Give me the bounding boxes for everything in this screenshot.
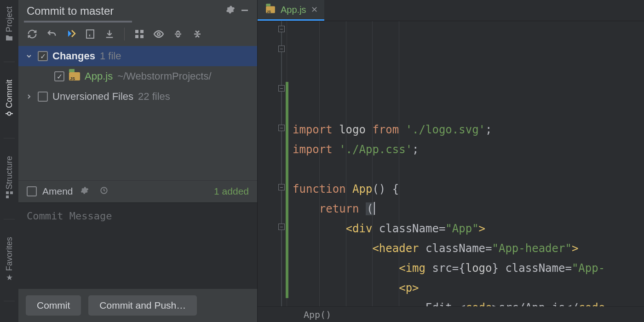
expand-all-icon[interactable] (172, 28, 184, 40)
commit-icon (6, 110, 13, 120)
commit-panel-title: Commit to master (27, 5, 224, 17)
added-count: 1 added (214, 186, 249, 197)
changes-tree: Changes 1 file App.js ~/WebstormProjects… (18, 46, 257, 109)
project-tool[interactable]: Project (5, 5, 14, 46)
amend-row: Amend 1 added (18, 180, 257, 202)
commit-button[interactable]: Commit (26, 295, 81, 316)
fold-icon[interactable] (278, 46, 285, 52)
editor-tabs: App.js ✕ (258, 0, 644, 21)
commit-message-input[interactable]: Commit Message (18, 202, 257, 289)
toolbar-separator (124, 28, 125, 40)
structure-tool[interactable]: Structure (5, 154, 14, 203)
svg-rect-3 (6, 191, 9, 194)
changes-label: Changes (52, 50, 95, 62)
unversioned-checkbox[interactable] (38, 92, 48, 102)
fold-icon[interactable] (278, 26, 285, 32)
editor-tab-app-js[interactable]: App.js ✕ (258, 0, 324, 21)
refresh-icon[interactable] (26, 28, 39, 40)
unversioned-label: Unversioned Files (52, 91, 133, 103)
structure-icon (6, 191, 13, 201)
fold-icon[interactable] (278, 224, 285, 230)
revert-icon[interactable] (45, 28, 58, 40)
tab-label: App.js (281, 5, 306, 15)
fold-icon[interactable] (278, 125, 285, 131)
changed-file-row[interactable]: App.js ~/WebstormProjects/ (18, 66, 257, 86)
toolstrip-divider (4, 138, 15, 138)
svg-rect-4 (10, 191, 13, 194)
chevron-right-icon[interactable] (25, 91, 33, 103)
fold-icon[interactable] (278, 85, 285, 92)
amend-checkbox[interactable] (27, 186, 37, 196)
breadcrumb[interactable]: App() (258, 306, 644, 322)
unversioned-node[interactable]: Unversioned Files 22 files (18, 86, 257, 107)
favorites-label: Favorites (5, 237, 14, 271)
fold-icon[interactable] (278, 184, 285, 190)
rollback-icon[interactable] (64, 28, 77, 40)
view-options-icon[interactable] (152, 28, 165, 40)
commit-panel-header: Commit to master (18, 0, 257, 22)
left-tool-strip: Project Commit Structure ★ Favorites (0, 0, 18, 322)
favorites-tool[interactable]: ★ Favorites (5, 235, 14, 285)
toolstrip-divider (4, 62, 15, 62)
collapse-all-icon[interactable] (191, 28, 204, 40)
code-editor[interactable]: import logo from './logo.svg'; import '.… (287, 21, 644, 306)
unversioned-count: 22 files (138, 91, 170, 103)
code-body: import logo from './logo.svg'; import '.… (258, 21, 644, 306)
diff-icon[interactable] (84, 28, 97, 40)
svg-rect-9 (140, 30, 144, 33)
svg-rect-8 (135, 30, 138, 33)
gear-icon[interactable] (79, 184, 91, 199)
history-icon[interactable] (98, 184, 110, 199)
svg-point-0 (8, 112, 11, 115)
svg-rect-11 (140, 35, 144, 38)
svg-rect-6 (242, 10, 248, 11)
toolstrip-divider (4, 301, 15, 301)
js-file-icon (69, 72, 80, 80)
editor-area: App.js ✕ import logo from './logo.svg'; … (258, 0, 644, 322)
commit-tool[interactable]: Commit (5, 78, 14, 122)
svg-rect-10 (135, 35, 138, 38)
changes-count: 1 file (100, 50, 121, 62)
amend-label: Amend (42, 186, 73, 197)
svg-point-12 (157, 33, 160, 35)
commit-and-push-button[interactable]: Commit and Push… (88, 295, 197, 316)
commit-label: Commit (5, 80, 14, 108)
project-label: Project (5, 6, 14, 32)
star-icon: ★ (6, 273, 13, 282)
changed-file-path: ~/WebstormProjects/ (117, 70, 211, 82)
toolstrip-divider (4, 219, 15, 219)
svg-rect-5 (6, 196, 9, 198)
commit-panel: Commit to master Changes 1 file (18, 0, 258, 322)
folder-icon (6, 34, 13, 43)
commit-buttons: Commit Commit and Push… (18, 289, 257, 322)
changes-checkbox[interactable] (38, 51, 48, 61)
chevron-down-icon[interactable] (25, 50, 33, 62)
structure-label: Structure (5, 156, 14, 190)
gear-icon[interactable] (224, 3, 237, 19)
editor-gutter[interactable] (258, 21, 287, 306)
file-checkbox[interactable] (54, 71, 64, 81)
js-file-icon (266, 6, 275, 13)
shelve-icon[interactable] (103, 28, 116, 40)
commit-toolbar (18, 22, 257, 46)
minimize-icon[interactable] (239, 3, 251, 19)
changes-node[interactable]: Changes 1 file (18, 46, 257, 66)
close-icon[interactable]: ✕ (311, 5, 318, 15)
group-by-icon[interactable] (133, 28, 146, 40)
changed-file-name: App.js (85, 70, 113, 82)
